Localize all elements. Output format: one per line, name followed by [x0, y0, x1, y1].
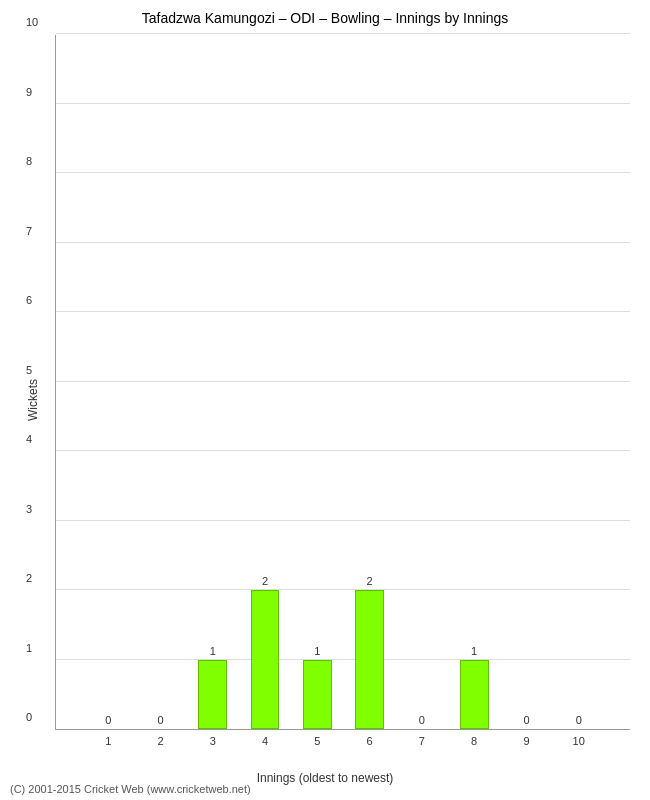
grid-line-8	[56, 172, 630, 173]
bar-label-2: 0	[157, 714, 163, 726]
bar-innings-4	[251, 590, 280, 729]
x-tick-9: 9	[523, 735, 529, 747]
bar-label-5: 1	[314, 645, 320, 657]
x-tick-1: 1	[105, 735, 111, 747]
grid-line-3	[56, 520, 630, 521]
y-label-6: 6	[26, 294, 32, 306]
bar-label-10: 0	[576, 714, 582, 726]
bar-innings-6	[355, 590, 384, 729]
y-label-10: 10	[26, 16, 38, 28]
bar-label-9: 0	[523, 714, 529, 726]
grid-line-6	[56, 311, 630, 312]
grid-line-9	[56, 103, 630, 104]
bar-label-4: 2	[262, 575, 268, 587]
grid-line-2	[56, 589, 630, 590]
x-tick-8: 8	[471, 735, 477, 747]
x-tick-6: 6	[367, 735, 373, 747]
chart-title: Tafadzwa Kamungozi – ODI – Bowling – Inn…	[0, 0, 650, 31]
y-label-1: 1	[26, 642, 32, 654]
grid-line-5	[56, 381, 630, 382]
x-tick-4: 4	[262, 735, 268, 747]
grid-line-4	[56, 450, 630, 451]
grid-line-10	[56, 33, 630, 34]
copyright: (C) 2001-2015 Cricket Web (www.cricketwe…	[10, 783, 251, 795]
x-tick-10: 10	[573, 735, 585, 747]
x-tick-3: 3	[210, 735, 216, 747]
grid-line-1	[56, 659, 630, 660]
bar-innings-3	[198, 660, 227, 730]
y-label-9: 9	[26, 86, 32, 98]
y-axis-title: Wickets	[26, 379, 40, 421]
x-tick-5: 5	[314, 735, 320, 747]
y-label-5: 5	[26, 364, 32, 376]
bar-label-1: 0	[105, 714, 111, 726]
chart-area: 012345678910102031425162708190100	[55, 35, 630, 730]
bar-label-3: 1	[210, 645, 216, 657]
bar-label-8: 1	[471, 645, 477, 657]
y-label-3: 3	[26, 503, 32, 515]
y-label-2: 2	[26, 572, 32, 584]
y-label-8: 8	[26, 155, 32, 167]
bar-innings-8	[460, 660, 489, 730]
y-label-0: 0	[26, 711, 32, 723]
chart-container: Tafadzwa Kamungozi – ODI – Bowling – Inn…	[0, 0, 650, 800]
bar-innings-5	[303, 660, 332, 730]
y-label-7: 7	[26, 225, 32, 237]
x-tick-7: 7	[419, 735, 425, 747]
bar-label-7: 0	[419, 714, 425, 726]
grid-line-7	[56, 242, 630, 243]
x-tick-2: 2	[157, 735, 163, 747]
y-label-4: 4	[26, 433, 32, 445]
bar-label-6: 2	[367, 575, 373, 587]
